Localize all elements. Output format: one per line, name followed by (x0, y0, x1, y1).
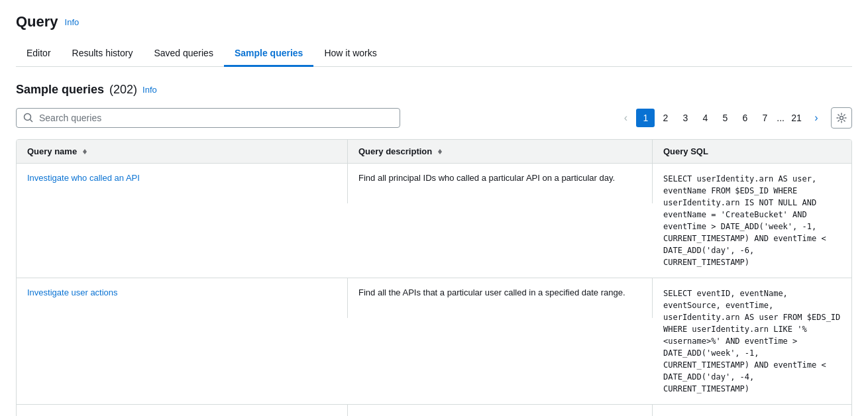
tab-how-it-works[interactable]: How it works (313, 41, 387, 67)
pagination-page-1[interactable]: 1 (636, 109, 655, 127)
td-query-sql-3: SELECT eventSource, eventName, COUNT(*) … (653, 405, 851, 416)
td-query-name-3: Top APIs aggregated by source (17, 405, 348, 416)
tab-results-history[interactable]: Results history (62, 41, 144, 67)
content-area: Sample queries (202) Info ‹ 1 2 3 4 5 6 (16, 67, 852, 416)
sort-icon-query-name[interactable] (81, 148, 89, 156)
page-header: Query Info (16, 13, 852, 30)
page-info-link[interactable]: Info (65, 17, 80, 27)
td-query-name-1: Investigate who called an API (17, 164, 348, 203)
svg-line-1 (30, 120, 33, 123)
th-query-sql: Query SQL (653, 140, 851, 163)
td-query-sql-2: SELECT eventID, eventName, eventSource, … (653, 278, 851, 404)
search-input[interactable] (39, 113, 393, 123)
search-icon (23, 113, 34, 123)
svg-point-2 (840, 117, 843, 120)
query-name-link-1[interactable]: Investigate who called an API (27, 173, 140, 183)
pagination-prev-button[interactable]: ‹ (616, 109, 635, 127)
pagination-container: ‹ 1 2 3 4 5 6 7 ... 21 › (616, 107, 852, 129)
table-settings-button[interactable] (831, 107, 852, 129)
td-query-description-2: Find all the APIs that a particular user… (348, 278, 653, 318)
tabs-bar: Editor Results history Saved queries Sam… (16, 41, 852, 67)
pagination-page-4[interactable]: 4 (696, 109, 714, 127)
pagination-page-21[interactable]: 21 (787, 109, 806, 127)
th-query-name: Query name (17, 140, 348, 163)
section-title: Sample queries (16, 83, 104, 97)
tab-editor[interactable]: Editor (16, 41, 62, 67)
table-row: Investigate user actions Find all the AP… (17, 278, 851, 405)
search-row: ‹ 1 2 3 4 5 6 7 ... 21 › (16, 107, 852, 129)
pagination-next-button[interactable]: › (807, 109, 826, 127)
section-count: (202) (109, 83, 137, 97)
pagination-page-2[interactable]: 2 (656, 109, 675, 127)
section-info-link[interactable]: Info (142, 85, 157, 95)
page-title: Query (16, 13, 58, 30)
table-row: Investigate who called an API Find all p… (17, 164, 851, 278)
td-query-description-1: Find all principal IDs who called a part… (348, 164, 653, 203)
page-container: Query Info Editor Results history Saved … (0, 0, 868, 416)
table-header: Query name Query description Query SQL (17, 140, 851, 164)
pagination-ellipsis: ... (777, 113, 785, 123)
pagination-page-7[interactable]: 7 (755, 109, 774, 127)
th-query-description: Query description (348, 140, 653, 163)
td-query-name-2: Investigate user actions (17, 278, 348, 318)
search-box-container (16, 108, 400, 128)
tab-saved-queries[interactable]: Saved queries (143, 41, 224, 67)
pagination-page-5[interactable]: 5 (716, 109, 734, 127)
pagination-page-6[interactable]: 6 (735, 109, 754, 127)
pagination-page-3[interactable]: 3 (676, 109, 694, 127)
sort-icon-query-description[interactable] (436, 148, 444, 156)
td-query-sql-1: SELECT userIdentity.arn AS user, eventNa… (653, 164, 851, 278)
table-row: Top APIs aggregated by source Find the n… (17, 405, 851, 416)
tab-sample-queries[interactable]: Sample queries (224, 41, 314, 67)
gear-icon (836, 113, 847, 123)
section-header: Sample queries (202) Info (16, 83, 852, 97)
queries-table: Query name Query description Query SQL (16, 139, 852, 416)
query-name-link-2[interactable]: Investigate user actions (27, 287, 118, 297)
td-query-description-3: Find the number of API calls grouped by … (348, 405, 653, 416)
svg-point-0 (25, 114, 31, 121)
